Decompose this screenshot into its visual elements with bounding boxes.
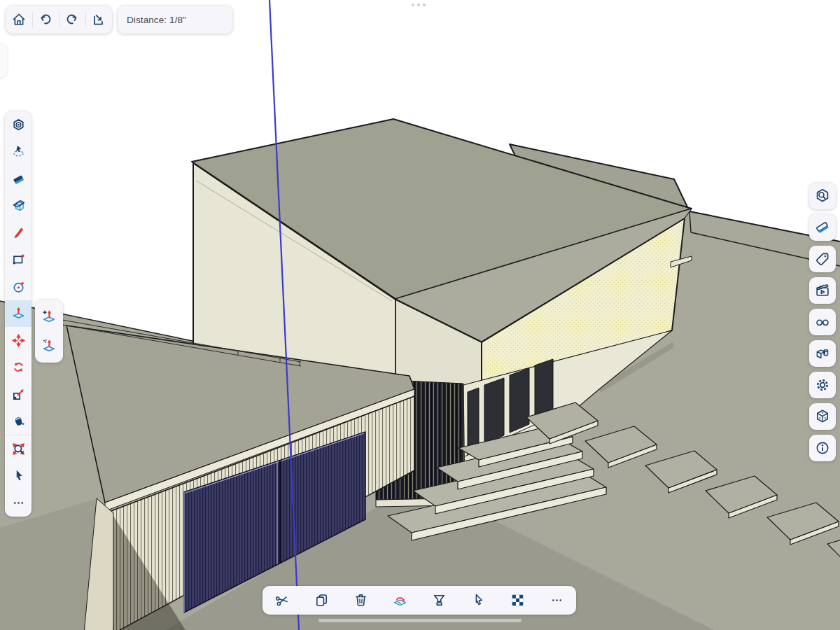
tool-push-pull[interactable] [5, 300, 31, 328]
app-window: Distance: 1/8" [0, 0, 840, 630]
model-canvas[interactable] [0, 0, 840, 630]
tool-move[interactable] [5, 327, 31, 354]
scenes-button[interactable] [809, 277, 836, 304]
more-tools-button[interactable] [5, 489, 31, 517]
top-toolbar [6, 6, 112, 34]
redo-button[interactable] [59, 6, 85, 34]
hexagon-tool-icon [11, 118, 26, 132]
move-tool-icon [11, 333, 26, 348]
tag-icon [814, 251, 831, 267]
settings-button[interactable] [809, 372, 836, 398]
ellipsis-icon [549, 592, 565, 608]
pencil-icon [11, 225, 26, 240]
copy-icon [314, 592, 330, 608]
tool-rectangle[interactable] [5, 246, 31, 274]
cut-button[interactable] [262, 586, 302, 615]
circle-tool-icon [11, 279, 26, 294]
tags-button[interactable] [809, 246, 836, 272]
components-icon [814, 345, 831, 362]
filter-funnel-button[interactable] [419, 586, 458, 615]
undo-button[interactable] [32, 6, 59, 34]
tool-section-plane[interactable] [5, 192, 31, 220]
search-model-button[interactable] [809, 183, 836, 209]
styles-eraser-icon [814, 219, 831, 236]
rectangle-tool-icon [11, 252, 26, 267]
funnel-icon [431, 592, 447, 608]
rotate-tool-icon [11, 360, 26, 374]
paint-bucket-icon [11, 414, 26, 428]
multitask-indicator-icon[interactable] [412, 4, 426, 6]
tool-rotate[interactable] [5, 354, 31, 382]
glasses-icon [814, 314, 831, 330]
bottom-toolbar [262, 586, 576, 615]
display-button[interactable] [809, 309, 836, 335]
flip-plane-icon [392, 592, 408, 608]
select-cursor-button[interactable] [458, 586, 498, 615]
tool-eraser[interactable] [5, 165, 31, 192]
flip-button[interactable] [380, 586, 419, 615]
export-arrow-icon [91, 12, 106, 27]
home-button[interactable] [6, 6, 32, 34]
cursor-outline-icon [470, 592, 486, 608]
info-icon [814, 440, 831, 456]
materials-button[interactable] [809, 403, 836, 430]
clapperboard-icon [814, 282, 831, 299]
measurement-box[interactable]: Distance: 1/8" [118, 6, 232, 34]
push-pull-flyout [35, 300, 63, 363]
select-arrow-icon [11, 468, 26, 483]
styles-button[interactable] [809, 214, 836, 241]
copy-button[interactable] [302, 586, 341, 615]
lasso-icon [11, 144, 26, 159]
undo-icon [38, 12, 53, 27]
model-info-button[interactable] [809, 435, 836, 461]
tool-scale[interactable] [5, 381, 31, 408]
push-pull-stretch-icon [41, 338, 57, 354]
tool-circle[interactable] [5, 273, 31, 300]
trash-icon [353, 592, 369, 608]
hidden-panel-handle[interactable] [0, 43, 7, 77]
delete-button[interactable] [341, 586, 380, 615]
home-icon [11, 12, 27, 27]
scale-tool-icon [11, 387, 26, 402]
zoom-extents-icon [11, 442, 26, 456]
home-indicator[interactable] [318, 619, 522, 622]
export-button[interactable] [85, 6, 112, 34]
push-pull-stretch-button[interactable] [36, 332, 62, 359]
eraser-icon [11, 172, 26, 186]
more-button[interactable] [537, 586, 576, 615]
distance-label: Distance: 1/8" [127, 15, 186, 25]
swatch-pattern-button[interactable] [498, 586, 537, 615]
left-toolbar [5, 111, 31, 517]
redo-icon [64, 12, 80, 27]
push-pull-new-face-button[interactable] [36, 303, 62, 330]
push-pull-plus-icon [41, 309, 57, 324]
gear-icon [814, 377, 831, 393]
tool-zoom-extents[interactable] [5, 435, 31, 463]
cube-magnifier-icon [814, 188, 831, 204]
scissors-icon [274, 592, 290, 608]
tool-shapes-hexagon[interactable] [5, 111, 31, 139]
tool-paint-bucket[interactable] [5, 408, 31, 435]
tool-lasso-select[interactable] [5, 139, 31, 166]
section-plane-icon [11, 198, 26, 213]
dice-cube-icon [814, 408, 831, 425]
checker-swatch-icon [510, 592, 526, 608]
components-button[interactable] [809, 340, 836, 367]
push-pull-icon [11, 306, 26, 321]
tool-select-arrow[interactable] [5, 463, 31, 490]
tool-line-pencil[interactable] [5, 219, 31, 246]
ellipsis-icon [11, 496, 26, 510]
